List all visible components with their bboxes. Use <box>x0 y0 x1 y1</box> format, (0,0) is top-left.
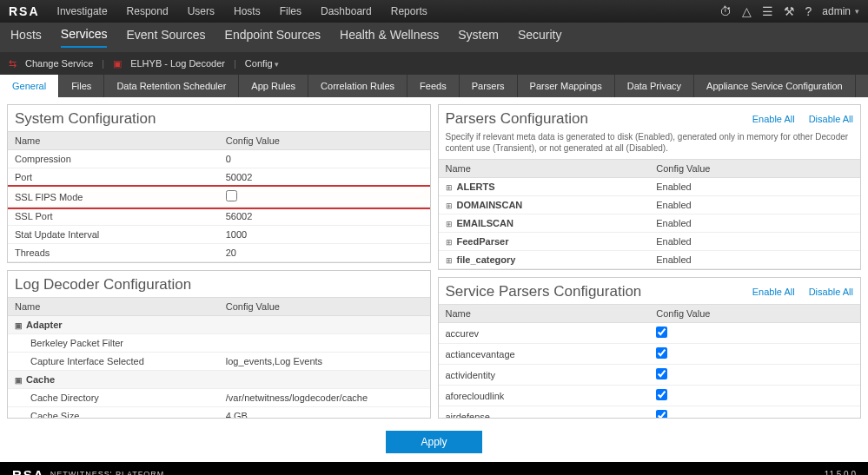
disable-all-link[interactable]: Disable All <box>809 287 853 297</box>
tab-data-retention-scheduler[interactable]: Data Retention Scheduler <box>104 75 239 97</box>
cell-name: ⊞FeedParser <box>439 233 650 251</box>
collapse-icon[interactable]: ▣ <box>15 321 23 330</box>
table-row[interactable]: SSL FIPS Mode <box>8 187 430 208</box>
checkbox[interactable] <box>656 389 667 400</box>
col-value: Config Value <box>649 305 860 323</box>
topnav-reports[interactable]: Reports <box>391 5 427 17</box>
panel-title: Log Decoder Configuration <box>15 276 191 294</box>
checkbox[interactable] <box>656 347 667 359</box>
cell-name: Stat Update Interval <box>8 226 219 244</box>
subnav-security[interactable]: Security <box>518 28 562 47</box>
tab-parser-mappings[interactable]: Parser Mappings <box>518 75 615 97</box>
enable-all-link[interactable]: Enable All <box>752 114 795 124</box>
config-dropdown[interactable]: Config <box>245 58 279 69</box>
checkbox[interactable] <box>226 190 237 201</box>
panel-title: Service Parsers Configuration <box>446 283 642 300</box>
tab-appliance-service-configuration[interactable]: Appliance Service Configuration <box>694 75 856 97</box>
cell-name: ⊞DOMAINSCAN <box>439 196 650 214</box>
topbar: RSA InvestigateRespondUsersHostsFilesDas… <box>0 0 868 23</box>
checkbox[interactable] <box>656 368 667 379</box>
table-row[interactable]: SSL Port56002 <box>8 208 430 226</box>
cell-name: ⊞ALERTS <box>439 178 650 196</box>
table-row[interactable]: ⊞file_categoryEnabled <box>439 251 861 269</box>
topnav-files[interactable]: Files <box>280 5 301 17</box>
table-row[interactable]: Cache Size4 GB <box>8 407 430 419</box>
panel-title: System Configuration <box>15 110 156 128</box>
tools-icon[interactable]: ⚒ <box>784 4 795 18</box>
cell-name: ⊞file_category <box>439 251 650 269</box>
tab-data-privacy[interactable]: Data Privacy <box>615 75 694 97</box>
change-service-link[interactable]: Change Service <box>25 58 93 69</box>
cell-value: 50002 <box>219 168 430 187</box>
subnav-health-wellness[interactable]: Health & Wellness <box>340 28 439 47</box>
log-decoder-configuration-panel: Log Decoder Configuration Name Config Va… <box>7 270 431 419</box>
apply-bar: Apply <box>0 426 868 462</box>
group-row[interactable]: ▣Cache <box>8 371 430 389</box>
table-row[interactable]: ⊞DOMAINSCANEnabled <box>439 196 861 214</box>
panel-title: Parsers Configuration <box>446 110 588 128</box>
cell-value: Enabled <box>649 214 860 233</box>
enable-all-link[interactable]: Enable All <box>752 287 795 297</box>
group-row[interactable]: ▣Adapter <box>8 316 430 334</box>
table-row[interactable]: Cache Directory/var/netwitness/logdecode… <box>8 389 430 407</box>
table-row[interactable]: airdefense <box>439 406 861 419</box>
apply-button[interactable]: Apply <box>386 431 481 453</box>
disable-all-link[interactable]: Disable All <box>809 114 853 124</box>
cell-name: SSL FIPS Mode <box>8 187 219 208</box>
expand-icon[interactable]: ⊞ <box>446 201 454 210</box>
subnav-event-sources[interactable]: Event Sources <box>126 28 205 47</box>
tab-correlation-rules[interactable]: Correlation Rules <box>308 75 407 97</box>
table-row[interactable]: ⊞ALERTSEnabled <box>439 178 861 196</box>
cell-value: 1000 <box>219 226 430 244</box>
tab-files[interactable]: Files <box>59 75 104 97</box>
table-row[interactable]: actiancevantage <box>439 344 861 365</box>
topnav-users[interactable]: Users <box>188 5 215 17</box>
table-row[interactable]: Stat Update Interval1000 <box>8 226 430 244</box>
tab-app-rules[interactable]: App Rules <box>239 75 308 97</box>
expand-icon[interactable]: ⊞ <box>446 238 454 247</box>
expand-icon[interactable]: ⊞ <box>446 183 454 192</box>
topnav-respond[interactable]: Respond <box>127 5 169 17</box>
tab-general[interactable]: General <box>0 75 59 97</box>
expand-icon[interactable]: ⊞ <box>446 220 454 228</box>
subnav-system[interactable]: System <box>458 28 499 47</box>
cell-name: accurev <box>439 323 650 344</box>
expand-icon[interactable]: ⊞ <box>446 256 454 265</box>
tab-parsers[interactable]: Parsers <box>460 75 518 97</box>
table-row[interactable]: ⊞FeedParserEnabled <box>439 233 861 251</box>
left-column: System Configuration Name Config Value C… <box>7 104 431 419</box>
col-name: Name <box>439 305 650 323</box>
log-icon[interactable]: ☰ <box>762 4 773 18</box>
user-menu[interactable]: admin <box>822 5 859 17</box>
cell-value <box>649 406 860 419</box>
subnav-endpoint-sources[interactable]: Endpoint Sources <box>225 28 321 47</box>
table-row[interactable]: Berkeley Packet Filter <box>8 334 430 353</box>
topnav-dashboard[interactable]: Dashboard <box>321 5 372 17</box>
cell-name: Cache Size <box>8 407 219 419</box>
table-row[interactable]: Capture Interface Selectedlog_events,Log… <box>8 353 430 371</box>
tab-feeds[interactable]: Feeds <box>407 75 460 97</box>
subnav-hosts[interactable]: Hosts <box>10 28 42 47</box>
checkbox[interactable] <box>656 410 667 418</box>
cell-value: /var/netwitness/logdecoder/cache <box>219 389 430 407</box>
help-icon[interactable]: ? <box>805 4 812 18</box>
table-row[interactable]: Threads20 <box>8 244 430 262</box>
checkbox[interactable] <box>656 327 667 338</box>
topnav-investigate[interactable]: Investigate <box>57 5 108 17</box>
topnav-hosts[interactable]: Hosts <box>234 5 261 17</box>
table-row[interactable]: ⊞EMAILSCANEnabled <box>439 214 861 233</box>
system-configuration-panel: System Configuration Name Config Value C… <box>7 104 431 263</box>
table-row[interactable]: aforecloudlink <box>439 386 861 406</box>
col-name: Name <box>8 298 219 316</box>
bell-icon[interactable]: △ <box>742 4 752 18</box>
table-row[interactable]: Port50002 <box>8 168 430 187</box>
brand-logo: RSA <box>9 4 40 18</box>
top-nav: InvestigateRespondUsersHostsFilesDashboa… <box>57 5 427 17</box>
table-row[interactable]: accurev <box>439 323 861 344</box>
collapse-icon[interactable]: ▣ <box>15 376 23 385</box>
subnav-services[interactable]: Services <box>61 27 108 48</box>
timer-icon[interactable]: ⏱ <box>719 4 732 18</box>
table-row[interactable]: Compression0 <box>8 150 430 168</box>
table-row[interactable]: actividentity <box>439 365 861 386</box>
tab-strip: GeneralFilesData Retention SchedulerApp … <box>0 75 868 97</box>
